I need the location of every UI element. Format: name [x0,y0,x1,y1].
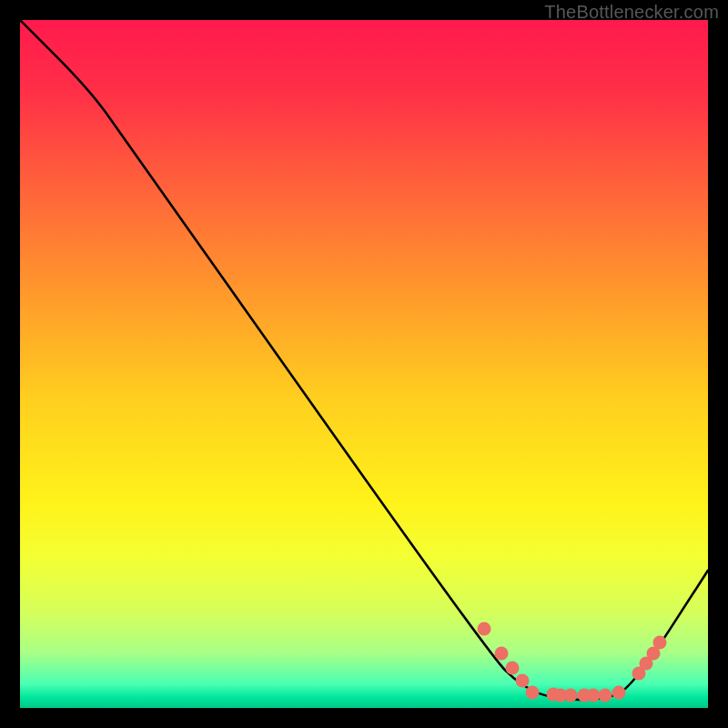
gradient-background [20,20,708,708]
svg-rect-0 [20,20,708,708]
chart-root: TheBottlenecker.com [0,0,728,728]
plot-area [20,20,708,708]
